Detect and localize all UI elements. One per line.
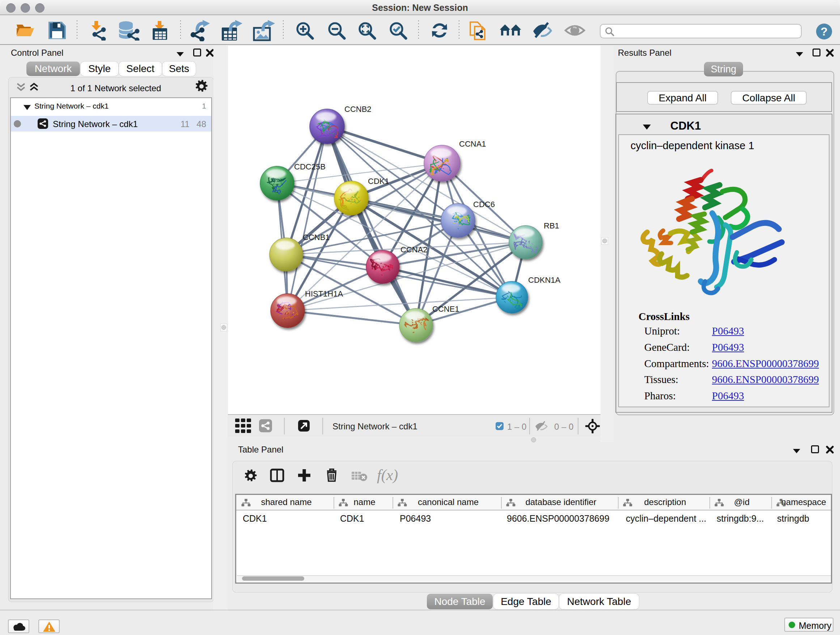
svg-text:CDC25B: CDC25B [294, 162, 325, 171]
svg-text:HIST1H1A: HIST1H1A [305, 289, 343, 298]
svg-text:CCNA2: CCNA2 [401, 245, 428, 254]
svg-text:CDK1: CDK1 [368, 177, 389, 186]
svg-text:RB1: RB1 [544, 221, 559, 230]
svg-text:CCNB2: CCNB2 [344, 105, 371, 114]
svg-text:CCNB1: CCNB1 [303, 233, 330, 242]
svg-text:CCNE1: CCNE1 [432, 304, 459, 314]
svg-text:CCNA1: CCNA1 [459, 139, 486, 149]
svg-text:CDKN1A: CDKN1A [528, 276, 561, 285]
svg-text:CDC6: CDC6 [473, 200, 495, 209]
